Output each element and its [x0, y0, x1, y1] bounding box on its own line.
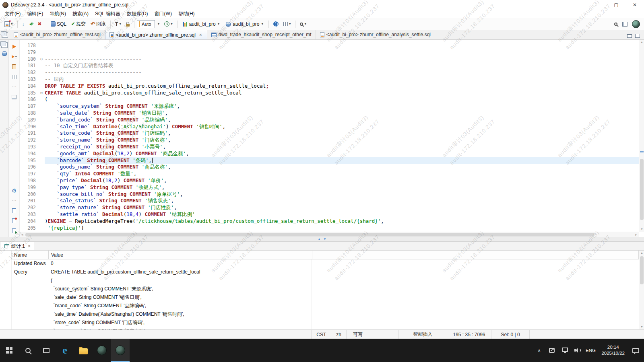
close-statistics-tab-icon[interactable]: × [27, 243, 31, 249]
quick-access-search-button[interactable] [612, 19, 619, 29]
taskbar-clock[interactable]: 20:14 2025/10/22 [597, 344, 629, 356]
code-line-190[interactable]: 190 `sale_time` Datetime('Asia/Shanghai'… [20, 123, 639, 130]
commit-button[interactable]: ✔提交 [69, 19, 88, 29]
status-caret-position[interactable]: 195 : 35 : 7096 [447, 330, 491, 339]
commit-mode-combo[interactable]: Auto [137, 20, 155, 28]
code-line-178[interactable]: 178 [20, 42, 639, 49]
fetch-next-page-button[interactable]: ↓ [20, 19, 27, 29]
toggle-results-panel-button[interactable] [10, 93, 18, 101]
code-line-204[interactable]: 204)ENGINE = ReplicatedMergeTree('/click… [20, 218, 639, 225]
file-explorer-button[interactable] [74, 339, 93, 362]
menu-item[interactable]: 数据库(D) [124, 10, 151, 18]
transaction-log-button[interactable]: T▾ [113, 19, 123, 29]
sash-up-icon[interactable]: ▲ [318, 238, 321, 241]
scroll-up-icon[interactable]: ▴ [639, 40, 644, 45]
editor-horizontal-scrollbar[interactable]: ◂ ▸ [20, 232, 639, 237]
connection-combo[interactable]: audit_bi_pro▾ [180, 19, 223, 29]
schema-combo[interactable]: audit_bi_pro▾ [223, 19, 266, 29]
sql-editor-settings-button[interactable]: ⚙ [10, 187, 18, 194]
code-line-182[interactable]: 182-------------------------------- [20, 69, 639, 76]
execute-statement-button[interactable] [10, 43, 18, 50]
editor-results-splitter[interactable]: ▲ ▼ [0, 237, 644, 242]
sql-editor[interactable]: 178179180⊖------------------------------… [20, 40, 644, 237]
table-row[interactable]: `source_system` String COMMENT '来源系统', [11, 285, 639, 293]
scroll-up-icon[interactable]: ▴ [639, 251, 644, 255]
editor-overflow-button[interactable]: ⋯ [10, 83, 18, 90]
code-line-193[interactable]: 193 `receipt_no` String COMMENT '小票号', [20, 144, 639, 150]
open-output-console-button[interactable] [10, 207, 18, 214]
export-script-button[interactable] [10, 227, 18, 234]
ink-workspace-button[interactable] [546, 348, 558, 353]
minimize-editor-icon[interactable] [627, 34, 632, 38]
horizontal-scroll-thumb[interactable] [25, 233, 594, 237]
code-line-192[interactable]: 192 `store_name` String COMMENT '门店名称', [20, 137, 639, 144]
results-scroll-thumb[interactable] [640, 256, 644, 284]
menu-item[interactable]: SQL 编辑器 [92, 10, 124, 18]
code-line-199[interactable]: 199 `pay_type` String COMMENT '收银方式', [20, 184, 639, 191]
tab-statistics[interactable]: 统计 1 × [1, 242, 35, 250]
tray-expand-button[interactable]: ∧ [533, 348, 545, 353]
volume-button[interactable] [572, 348, 584, 353]
code-line-205[interactable]: 205 '{replica}') [20, 225, 639, 232]
code-line-200[interactable]: 200 `source_bill_no` String COMMENT '原单据… [20, 191, 639, 198]
table-row[interactable]: QueryCREATE TABLE audit_bi_pro.custom_of… [11, 268, 639, 276]
results-vertical-scrollbar[interactable]: ▴ ▾ [639, 251, 644, 329]
code-line-203[interactable]: 203 `settle_ratio` Decimal(18,4) COMMENT… [20, 211, 639, 218]
column-header-value[interactable]: Value [49, 251, 312, 259]
editor-tab[interactable]: dwd_trade_hkaudit_shop_receipt_other_mt [207, 30, 316, 39]
code-line-179[interactable]: 179 [20, 49, 639, 56]
start-button[interactable] [0, 339, 19, 362]
sash-down-icon[interactable]: ▼ [323, 238, 326, 241]
rollback-button[interactable]: ↶回滚 [89, 19, 108, 29]
menu-item[interactable]: 帮助(H) [175, 10, 198, 18]
editor-tab[interactable]: <audit_bi_pro> zhumr_offline_analysis_se… [316, 30, 435, 39]
database-navigator-icon[interactable] [2, 51, 7, 56]
code-line-181[interactable]: 181-- 10 自定义门店销售结算表 [20, 62, 639, 69]
table-row[interactable]: Updated Rows0 [11, 259, 639, 268]
perspective-button[interactable] [620, 19, 630, 29]
table-row[interactable]: `store_code` String COMMENT '门店编码', [11, 319, 639, 327]
code-line-195[interactable]: 195 `barcode` String COMMENT '条码', [20, 157, 639, 164]
code-line-189[interactable]: 189 `brand_code` String COMMENT '品牌编码', [20, 117, 639, 123]
query-history-button[interactable]: ▾ [162, 19, 175, 29]
table-row[interactable]: ( [11, 276, 639, 285]
table-row[interactable]: `store_name` String COMMENT '门店名称', [11, 327, 639, 329]
execute-script-button[interactable] [10, 53, 18, 60]
task-view-button[interactable] [37, 339, 56, 362]
side-overflow-button[interactable]: ⋯ [10, 197, 18, 204]
close-button[interactable]: ✕ [625, 0, 644, 10]
menu-item[interactable]: 搜索(A) [69, 10, 92, 18]
language-indicator[interactable]: ENG [584, 348, 597, 353]
code-line-197[interactable]: 197 `qty` Int64 COMMENT '数量', [20, 171, 639, 177]
code-line-186[interactable]: 186( [20, 96, 639, 103]
action-center-button[interactable] [630, 348, 642, 353]
taskbar-dbeaver-button[interactable] [111, 339, 130, 362]
code-line-184[interactable]: 184DROP TABLE IF EXISTS audit_bi_pro.cus… [20, 83, 639, 90]
scroll-down-icon[interactable]: ▾ [639, 227, 644, 232]
scroll-down-icon[interactable]: ▾ [639, 325, 644, 329]
code-line-194[interactable]: 194 `goods_amt` Decimal(18,2) COMMENT '商… [20, 150, 639, 157]
lock-button[interactable] [124, 19, 132, 29]
code-line-202[interactable]: 202 `store_nature` String COMMENT '门店性质'… [20, 204, 639, 211]
code-line-198[interactable]: 198 `price` Decimal(18,2) COMMENT '单价', [20, 177, 639, 184]
code-line-185[interactable]: 185⊖CREATE TABLE audit_bi_pro.custom_off… [20, 90, 639, 97]
menu-item[interactable]: 窗口(W) [151, 10, 175, 18]
fold-toggle-icon[interactable]: ⊖ [38, 90, 45, 97]
restore-navigator-icon[interactable] [1, 42, 8, 48]
editor-tab[interactable]: <audit_bi_pro> zhumr_offline_test.sql [10, 30, 105, 39]
taskbar-search-button[interactable] [19, 339, 37, 362]
code-line-187[interactable]: 187 `source_system` String COMMENT '来源系统… [20, 103, 639, 110]
status-insert-mode[interactable]: 智能插入 [398, 330, 447, 339]
code-line-180[interactable]: 180⊖-------------------------------- [20, 56, 639, 63]
result-options-button[interactable]: ▾ [281, 19, 293, 29]
sql-mode-dropdown[interactable]: SQL [49, 19, 68, 29]
commit-mode-caret-button[interactable]: ▾ [156, 19, 162, 29]
table-row[interactable]: `brand_code` String COMMENT '品牌编码', [11, 302, 639, 310]
code-line-196[interactable]: 196 `goods_name` String COMMENT '商品名称', [20, 164, 639, 171]
table-row[interactable]: `sale_time` Datetime('Asia/Shanghai') CO… [11, 310, 639, 319]
execute-to-clipboard-button[interactable] [10, 63, 18, 70]
editor-vertical-scrollbar[interactable]: ▴ ▾ [639, 40, 644, 232]
restore-panes-icon[interactable] [2, 32, 8, 38]
column-header-name[interactable]: Name [12, 251, 49, 259]
network-settings-button[interactable] [271, 19, 281, 29]
